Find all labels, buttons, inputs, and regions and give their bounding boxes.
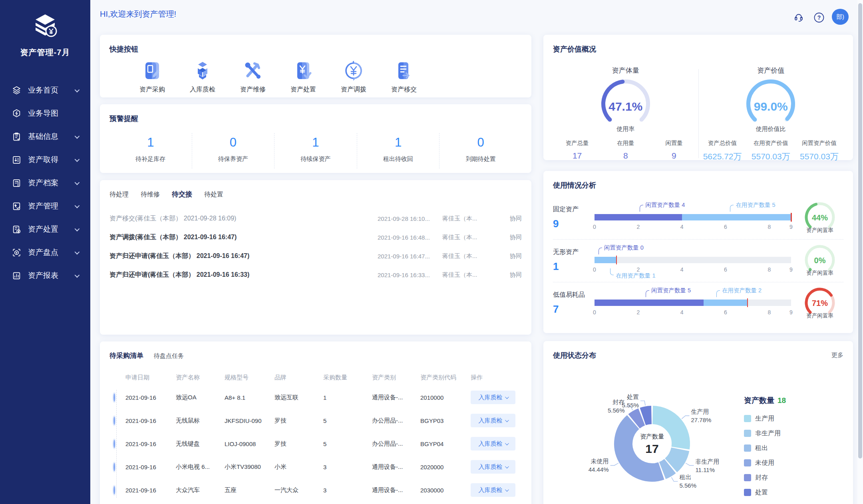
todo-row[interactable]: 资产调拨(蒋佳玉（本部） 2021-09-16 16:47) 2021-09-1…	[109, 228, 522, 247]
gauge-title: 资产价值	[698, 66, 844, 75]
alerts-row: 1 待补足库存 0 待保养资产 1 待续保资产 1 租出待收回 0 到期待处置	[109, 133, 522, 169]
inuse-annotation: 在用资产数量 5	[730, 201, 775, 212]
inbound-qc-button[interactable]: 入库质检	[471, 460, 515, 474]
cell-spec: JKFSDIU-090	[225, 417, 274, 424]
quick-button-asset-handover[interactable]: 资产移交	[379, 60, 429, 94]
todo-row[interactable]: 资产归还申请(蒋佳玉（本部） 2021-09-16 16:47) 2021-09…	[109, 247, 522, 266]
asset-value-card: 资产价值概况 资产体量 47.1% 使用率 资产总量17 在用量8 闲置量9 资…	[543, 35, 853, 160]
quick-button-asset-dispose[interactable]: 资产处置	[278, 60, 328, 94]
cell-brand: 罗技	[274, 440, 323, 448]
help-icon[interactable]: ?	[813, 12, 825, 23]
idle-rate-label: 资产闲置率	[796, 270, 843, 277]
cell-qty: 1	[323, 394, 372, 401]
legend-item[interactable]: 处置	[744, 488, 786, 496]
document-coin-icon	[12, 225, 21, 234]
user-avatar[interactable]: 部)	[832, 9, 849, 25]
sidebar-item-asset-report[interactable]: 资产报表	[0, 264, 90, 287]
inbound-qc-button[interactable]: 入库质检	[471, 414, 515, 427]
hexagon-bolt-icon	[12, 109, 21, 118]
alert-stat-restock[interactable]: 1 待补足库存	[109, 133, 192, 169]
cell-spec: 五座	[225, 486, 274, 494]
chevron-down-icon[interactable]	[75, 203, 80, 208]
chevron-down-icon[interactable]	[75, 180, 80, 185]
idle-rate-value: 44%	[796, 213, 843, 222]
cell-name: 大众汽车	[176, 486, 225, 494]
stat-label: 闲置资产价值	[795, 139, 843, 147]
dotted-divider	[553, 239, 843, 240]
card-arrow-down-icon	[12, 155, 21, 165]
todo-tag: 协同	[501, 215, 522, 222]
chevron-down-icon[interactable]	[75, 272, 80, 278]
leader-line	[716, 290, 720, 297]
idle-annotation: 闲置资产数量 0	[599, 244, 644, 254]
legend-chip	[744, 444, 751, 452]
sidebar-item-business-map[interactable]: 业务导图	[0, 102, 90, 125]
chevron-down-icon	[505, 464, 509, 468]
todo-list: 资产移交(蒋佳玉（本部） 2021-09-28 16:09) 2021-09-2…	[109, 209, 522, 284]
alerts-title: 预警提醒	[109, 114, 522, 123]
sidebar-item-asset-manage[interactable]: 资产管理	[0, 194, 90, 218]
sidebar-item-asset-dispose[interactable]: 资产处置	[0, 218, 90, 241]
alert-stat-maintain[interactable]: 0 待保养资产	[192, 133, 275, 169]
quick-button-inbound-qc[interactable]: 入库质检	[177, 60, 228, 94]
gauge-value: 47.1%	[590, 100, 662, 113]
quick-button-asset-repair[interactable]: 资产维修	[228, 60, 278, 94]
quick-button-label: 入库质检	[190, 85, 215, 94]
tab-handover[interactable]: 待交接	[172, 190, 192, 199]
layers-icon	[12, 86, 21, 95]
alert-label: 租出待收回	[357, 155, 439, 163]
quick-button-label: 资产处置	[290, 85, 316, 94]
tab-purchase-list[interactable]: 待采购清单	[109, 351, 143, 360]
quick-button-label: 资产维修	[240, 85, 266, 94]
legend-item[interactable]: 封存	[744, 474, 786, 482]
cell-qty: 3	[323, 487, 372, 494]
sidebar-item-business-home[interactable]: 业务首页	[0, 79, 90, 102]
alert-stat-renew[interactable]: 1 待续保资产	[274, 133, 357, 169]
chevron-down-icon[interactable]	[75, 87, 80, 92]
category-label: 固定资产	[553, 199, 595, 214]
todo-person: 蒋佳玉（本...	[442, 252, 501, 260]
welcome-text: HI,欢迎来到资产管理!	[100, 9, 176, 20]
legend-item[interactable]: 非生产用	[744, 429, 786, 437]
alert-value: 1	[109, 135, 192, 150]
tab-repair[interactable]: 待维修	[141, 190, 160, 199]
cell-code: BGYP03	[420, 417, 471, 424]
more-link[interactable]: 更多	[831, 351, 843, 359]
quick-button-asset-transfer-alloc[interactable]: 资产调拨	[328, 60, 379, 94]
todo-time: 2021-09-16 16:48...	[378, 234, 442, 241]
scrollbar-track[interactable]	[857, 0, 863, 504]
chevron-down-icon	[505, 418, 509, 422]
donut-slice-label: 非生产用11.11%	[695, 457, 755, 474]
col-header: 申请日期	[125, 374, 176, 381]
chevron-down-icon[interactable]	[75, 133, 80, 139]
chevron-down-icon[interactable]	[75, 226, 80, 231]
quick-buttons-card: 快捷按钮 资产采购 入库质检 资产维修 资产处置 资产调拨	[100, 35, 531, 97]
usage-bar-chart: 闲置资产数量 5 在用资产数量 2 024689	[595, 284, 791, 323]
chevron-down-icon[interactable]	[75, 249, 80, 254]
scrollbar-thumb[interactable]	[858, 3, 862, 458]
tab-inventory-task[interactable]: 待盘点任务	[154, 352, 184, 360]
category-total: 9	[553, 218, 595, 230]
sidebar-item-asset-inventory[interactable]: 资产盘点	[0, 241, 90, 264]
alert-stat-rent-return[interactable]: 1 租出待收回	[357, 133, 440, 169]
stat-value: 5570.03万	[795, 151, 843, 162]
chevron-down-icon[interactable]	[75, 157, 80, 162]
inbound-qc-button[interactable]: 入库质检	[471, 483, 515, 497]
legend-item[interactable]: 租出	[744, 444, 786, 452]
app-title: 资产管理-7月	[0, 47, 90, 58]
todo-row[interactable]: 资产移交(蒋佳玉（本部） 2021-09-28 16:09) 2021-09-2…	[109, 209, 522, 228]
stat-label: 闲置量	[650, 139, 698, 147]
sidebar-item-asset-acquire[interactable]: 资产取得	[0, 148, 90, 171]
todo-time: 2021-09-28 16:10...	[378, 215, 442, 222]
inbound-qc-button[interactable]: 入库质检	[471, 437, 515, 450]
tab-dispose[interactable]: 待处置	[204, 190, 223, 199]
asset-value-body: 资产体量 47.1% 使用率 资产总量17 在用量8 闲置量9 资产价值 99.…	[553, 57, 843, 162]
quick-button-asset-purchase[interactable]: 资产采购	[127, 60, 177, 94]
support-headset-icon[interactable]	[793, 12, 804, 23]
sidebar-item-asset-archive[interactable]: 资产档案	[0, 171, 90, 194]
sidebar-item-base-info[interactable]: 基础信息	[0, 125, 90, 148]
tab-pending[interactable]: 待处理	[109, 190, 129, 199]
alert-stat-expire-dispose[interactable]: 0 到期待处置	[439, 133, 522, 169]
todo-row[interactable]: 资产归还申请(蒋佳玉（本部） 2021-09-16 16:33) 2021-09…	[109, 266, 522, 284]
inbound-qc-button[interactable]: 入库质检	[471, 391, 515, 404]
